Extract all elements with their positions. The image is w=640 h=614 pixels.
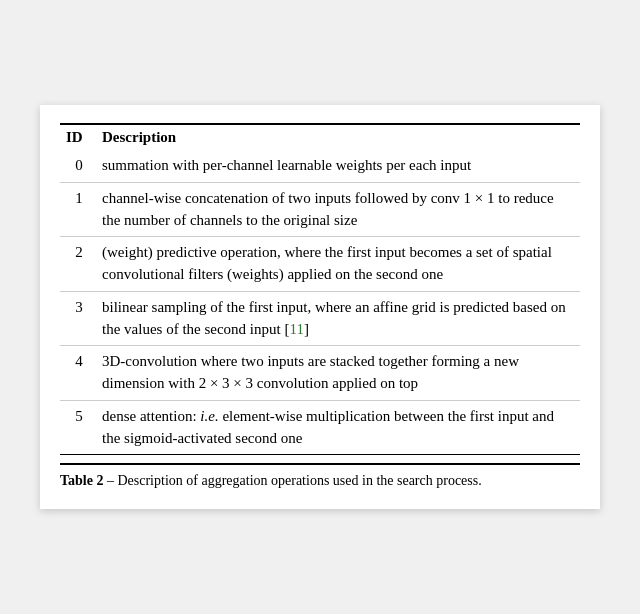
cell-description: dense attention: i.e. element-wise multi…: [98, 400, 580, 455]
cell-id: 0: [60, 150, 98, 182]
cell-id: 3: [60, 291, 98, 346]
table-header-row: ID Description: [60, 124, 580, 150]
cell-description: channel-wise concatenation of two inputs…: [98, 182, 580, 237]
col-header-description: Description: [98, 124, 580, 150]
caption-text: – Description of aggregation operations …: [103, 473, 481, 488]
table-caption: Table 2 – Description of aggregation ope…: [60, 463, 580, 491]
main-table: ID Description 0summation with per-chann…: [60, 123, 580, 455]
cell-description: (weight) predictive operation, where the…: [98, 237, 580, 292]
cell-id: 4: [60, 346, 98, 401]
table-row: 2(weight) predictive operation, where th…: [60, 237, 580, 292]
table-row: 1channel-wise concatenation of two input…: [60, 182, 580, 237]
cell-id: 5: [60, 400, 98, 455]
caption-label: Table 2: [60, 473, 103, 488]
col-header-id: ID: [60, 124, 98, 150]
cell-description: bilinear sampling of the first input, wh…: [98, 291, 580, 346]
table-row: 3bilinear sampling of the first input, w…: [60, 291, 580, 346]
cell-id: 1: [60, 182, 98, 237]
table-row: 43D-convolution where two inputs are sta…: [60, 346, 580, 401]
table-row: 0summation with per-channel learnable we…: [60, 150, 580, 182]
cell-description: summation with per-channel learnable wei…: [98, 150, 580, 182]
table-row: 5dense attention: i.e. element-wise mult…: [60, 400, 580, 455]
cell-id: 2: [60, 237, 98, 292]
page: ID Description 0summation with per-chann…: [40, 105, 600, 509]
cell-description: 3D-convolution where two inputs are stac…: [98, 346, 580, 401]
